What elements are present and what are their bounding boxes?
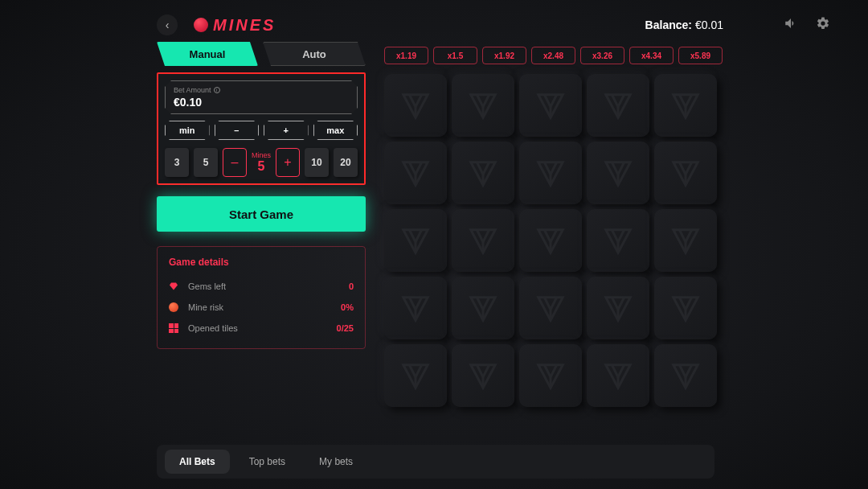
multiplier-4[interactable]: x3.26 bbox=[580, 47, 624, 64]
bet-min-button[interactable]: min bbox=[165, 121, 210, 140]
opened-tiles-value: 0/25 bbox=[337, 323, 354, 333]
mine-tile[interactable] bbox=[654, 74, 717, 137]
tab-manual[interactable]: Manual bbox=[157, 42, 258, 66]
mines-preset-5[interactable]: 5 bbox=[194, 148, 218, 177]
mine-risk-value: 0% bbox=[341, 302, 354, 312]
bet-amount-value: €0.10 bbox=[174, 96, 349, 109]
mine-tile[interactable] bbox=[587, 277, 649, 339]
bet-increase-button[interactable]: + bbox=[264, 121, 309, 140]
mine-tile[interactable] bbox=[452, 142, 514, 204]
mine-tile[interactable] bbox=[587, 142, 649, 204]
balance-display: Balance: €0.01 bbox=[645, 18, 723, 31]
bets-tab-bar: All Bets Top bets My bets bbox=[157, 445, 714, 479]
gems-left-label: Gems left bbox=[188, 281, 226, 291]
mine-tile[interactable] bbox=[452, 277, 514, 339]
tab-my-bets[interactable]: My bets bbox=[305, 450, 367, 474]
mine-tile[interactable] bbox=[519, 277, 582, 339]
mine-tile[interactable] bbox=[384, 142, 447, 204]
logo-text: MINES bbox=[213, 16, 276, 35]
mine-tile[interactable] bbox=[654, 344, 717, 407]
mine-tile[interactable] bbox=[519, 142, 582, 204]
bet-amount-field[interactable]: Bet Amounti €0.10 bbox=[165, 80, 358, 114]
mine-tile[interactable] bbox=[587, 344, 649, 407]
mine-tile[interactable] bbox=[587, 74, 649, 137]
mine-tile[interactable] bbox=[519, 344, 582, 407]
mine-tile[interactable] bbox=[587, 209, 649, 272]
mine-tile[interactable] bbox=[452, 209, 514, 272]
mine-tile[interactable] bbox=[384, 74, 447, 137]
mine-tile[interactable] bbox=[519, 74, 582, 137]
multiplier-0[interactable]: x1.19 bbox=[384, 47, 428, 64]
bomb-icon bbox=[194, 18, 208, 32]
game-logo: MINES bbox=[194, 16, 276, 35]
mines-preset-10[interactable]: 10 bbox=[305, 148, 329, 177]
bet-decrease-button[interactable]: – bbox=[215, 121, 260, 140]
mine-tile[interactable] bbox=[452, 344, 514, 407]
info-icon[interactable]: i bbox=[214, 87, 220, 93]
multiplier-1[interactable]: x1.5 bbox=[433, 47, 477, 64]
mine-tile[interactable] bbox=[654, 209, 717, 272]
multiplier-2[interactable]: x1.92 bbox=[482, 47, 526, 64]
tab-top-bets[interactable]: Top bets bbox=[235, 450, 300, 474]
bomb-icon bbox=[169, 302, 180, 312]
opened-tiles-label: Opened tiles bbox=[188, 323, 238, 333]
tab-all-bets[interactable]: All Bets bbox=[165, 450, 230, 474]
bet-amount-label: Bet Amounti bbox=[174, 86, 349, 94]
multiplier-5[interactable]: x4.34 bbox=[629, 47, 674, 64]
mine-tile[interactable] bbox=[384, 209, 447, 272]
sound-icon[interactable] bbox=[782, 14, 800, 32]
mines-preset-3[interactable]: 3 bbox=[165, 148, 189, 177]
gem-icon bbox=[169, 281, 180, 291]
mines-decrease-button[interactable]: – bbox=[223, 148, 247, 177]
multiplier-3[interactable]: x2.48 bbox=[531, 47, 575, 64]
game-details-panel: Game details Gems left 0 Mine risk 0% Op… bbox=[157, 246, 366, 349]
details-title: Game details bbox=[169, 257, 354, 268]
game-grid bbox=[384, 74, 717, 407]
mine-tile[interactable] bbox=[384, 344, 447, 407]
back-button[interactable]: ‹ bbox=[157, 14, 178, 35]
mines-count: Mines 5 bbox=[252, 148, 271, 177]
mine-risk-label: Mine risk bbox=[188, 302, 223, 312]
mine-tile[interactable] bbox=[519, 209, 582, 272]
mine-tile[interactable] bbox=[384, 277, 447, 339]
gems-left-value: 0 bbox=[349, 281, 354, 291]
start-game-button[interactable]: Start Game bbox=[157, 196, 366, 232]
multiplier-row: x1.19x1.5x1.92x2.48x3.26x4.34x5.89 bbox=[384, 47, 723, 64]
mine-tile[interactable] bbox=[654, 277, 717, 339]
bet-controls-highlight: Bet Amounti €0.10 min – + max 3 5 – Mine… bbox=[157, 72, 366, 185]
multiplier-6[interactable]: x5.89 bbox=[678, 47, 723, 64]
mine-tile[interactable] bbox=[452, 74, 514, 137]
bet-max-button[interactable]: max bbox=[313, 121, 358, 140]
tab-auto[interactable]: Auto bbox=[263, 42, 366, 66]
mines-increase-button[interactable]: + bbox=[276, 148, 300, 177]
tiles-icon bbox=[169, 323, 180, 333]
mine-tile[interactable] bbox=[654, 142, 717, 204]
mines-preset-20[interactable]: 20 bbox=[334, 148, 358, 177]
gear-icon[interactable] bbox=[814, 14, 832, 32]
